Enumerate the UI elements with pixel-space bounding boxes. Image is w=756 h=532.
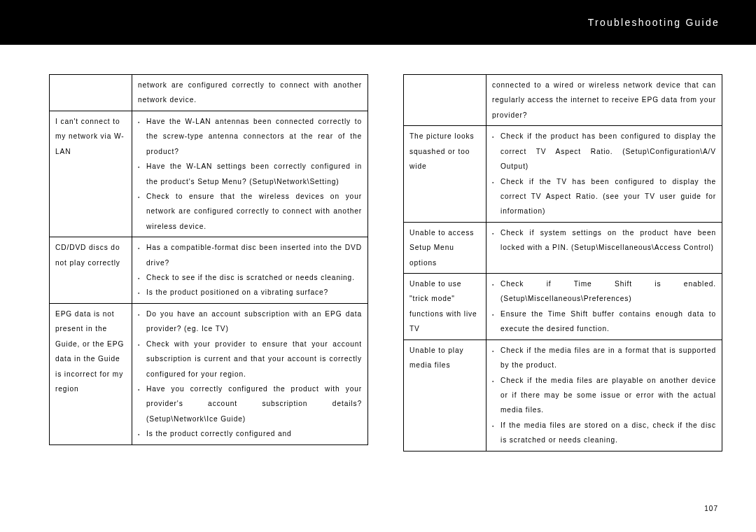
issue-cell: Unable to access Setup Menu options	[404, 222, 486, 273]
issue-cell: CD/DVD discs do not play correctly	[50, 237, 132, 304]
issue-cell: EPG data is not present in the Guide, or…	[50, 303, 132, 444]
list-item: Check to ensure that the wireless device…	[138, 189, 362, 234]
list-item: Check to see if the disc is scratched or…	[138, 270, 362, 285]
solution-cell: Have the W-LAN antennas been connected c…	[132, 111, 368, 237]
list-item: If the media files are stored on a disc,…	[492, 418, 716, 448]
troubleshoot-table-left: network are configured correctly to conn…	[49, 74, 368, 445]
list-item: Is the product correctly configured and	[138, 426, 362, 441]
solution-cell: Check if Time Shift is enabled. (Setup\M…	[486, 274, 722, 340]
solution-text: network are configured correctly to conn…	[138, 78, 362, 108]
table-row: connected to a wired or wireless network…	[404, 75, 722, 126]
solution-cell: Check if the product has been configured…	[486, 126, 722, 223]
issue-cell: The picture looks squashed or too wide	[404, 126, 486, 223]
solution-bullets: Check if the product has been configured…	[492, 129, 716, 219]
issue-cell	[404, 75, 486, 126]
list-item: Is the product positioned on a vibrating…	[138, 285, 362, 300]
list-item: Check if Time Shift is enabled. (Setup\M…	[492, 276, 716, 307]
table-row: The picture looks squashed or too wide C…	[404, 126, 722, 223]
issue-cell	[50, 75, 132, 111]
solution-bullets: Check if the media files are in a format…	[492, 343, 716, 448]
list-item: Check if the TV has been configured to d…	[492, 174, 716, 219]
solution-bullets: Check if system settings on the product …	[492, 225, 716, 255]
solution-text: connected to a wired or wireless network…	[492, 78, 716, 122]
solution-bullets: Check if Time Shift is enabled. (Setup\M…	[492, 276, 716, 337]
table-row: I can't connect to my network via W-LAN …	[50, 111, 368, 237]
troubleshoot-table-right: connected to a wired or wireless network…	[403, 74, 722, 451]
list-item: Have the W-LAN antennas been connected c…	[138, 114, 362, 159]
list-item: Check if the product has been configured…	[492, 129, 716, 174]
table-row: Unable to use "trick mode" functions wit…	[404, 274, 722, 340]
list-item: Do you have an account subscription with…	[138, 307, 362, 337]
page-header: Troubleshooting Guide	[0, 0, 756, 45]
solution-bullets: Has a compatible-format disc been insert…	[138, 240, 362, 300]
list-item: Have you correctly configured the produc…	[138, 382, 362, 426]
solution-cell: Check if system settings on the product …	[486, 222, 722, 273]
table-row: CD/DVD discs do not play correctly Has a…	[50, 237, 368, 304]
table-row: Unable to play media files Check if the …	[404, 340, 722, 451]
list-item: Check with your provider to ensure that …	[138, 337, 362, 382]
list-item: Has a compatible-format disc been insert…	[138, 240, 362, 270]
table-row: network are configured correctly to conn…	[50, 75, 368, 111]
list-item: Check if the media files are playable on…	[492, 373, 716, 418]
list-item: Check if the media files are in a format…	[492, 343, 716, 373]
solution-bullets: Do you have an account subscription with…	[138, 307, 362, 442]
solution-cell: Do you have an account subscription with…	[132, 303, 368, 444]
page-number: 107	[704, 505, 718, 512]
issue-cell: Unable to use "trick mode" functions wit…	[404, 274, 486, 340]
solution-cell: Has a compatible-format disc been insert…	[132, 237, 368, 304]
page-title: Troubleshooting Guide	[588, 17, 720, 28]
table-row: EPG data is not present in the Guide, or…	[50, 303, 368, 444]
list-item: Ensure the Time Shift buffer contains en…	[492, 307, 716, 337]
issue-cell: I can't connect to my network via W-LAN	[50, 111, 132, 237]
list-item: Have the W-LAN settings been correctly c…	[138, 159, 362, 189]
issue-cell: Unable to play media files	[404, 340, 486, 451]
solution-bullets: Have the W-LAN antennas been connected c…	[138, 114, 362, 234]
list-item: Check if system settings on the product …	[492, 225, 716, 255]
solution-cell: connected to a wired or wireless network…	[486, 75, 722, 126]
table-row: Unable to access Setup Menu options Chec…	[404, 222, 722, 273]
solution-cell: network are configured correctly to conn…	[132, 75, 368, 111]
solution-cell: Check if the media files are in a format…	[486, 340, 722, 451]
content-columns: network are configured correctly to conn…	[0, 45, 756, 493]
